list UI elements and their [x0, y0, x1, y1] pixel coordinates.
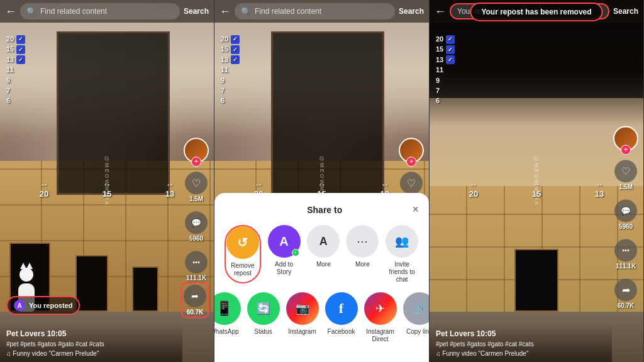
follow-badge-3[interactable]: +: [621, 145, 631, 155]
like-button-3[interactable]: ♡: [614, 160, 637, 182]
search-more-button[interactable]: ⋯ More: [346, 225, 379, 283]
video-tags-1: #pet #pets #gatos #gato #cat #cats: [6, 340, 176, 349]
status-button[interactable]: 🔄 Status: [247, 292, 280, 343]
search-icon-2: 🔍: [241, 7, 251, 16]
whatsapp-button[interactable]: 📱 WhatsApp: [214, 292, 241, 343]
share-count-3: 60.7K: [618, 302, 635, 309]
invite-friends-label: Invite friends to chat: [385, 261, 419, 283]
meas-val-5: 9: [6, 76, 10, 85]
add-to-story-button[interactable]: A + Add to Story: [267, 225, 301, 283]
avatar-wrap-1: +: [184, 138, 209, 163]
instagram-button[interactable]: 📷 Instagram: [286, 292, 319, 343]
status-icon: 🔄: [247, 292, 280, 325]
back-button-2[interactable]: ←: [219, 5, 231, 18]
right-sidebar-1: + ♡ 1.5M 💬 5960 ••• 111.1K: [184, 138, 209, 282]
search-button-2[interactable]: Search: [399, 7, 424, 16]
more-a-button[interactable]: A More: [307, 225, 340, 283]
share-modal: Share to × ↺ Remove repost A + Add to St…: [214, 193, 429, 362]
meas-val-1: 20: [6, 35, 14, 44]
comment-button-1[interactable]: 💬: [185, 211, 208, 234]
whatsapp-icon: 📱: [214, 292, 241, 325]
like-button-1[interactable]: ♡: [185, 172, 208, 194]
search-placeholder-1: Find related content: [40, 7, 107, 16]
meas-val-3: 13: [6, 55, 14, 65]
top-bar-1: ← 🔍 Find related content Search: [0, 0, 214, 23]
share-button-3[interactable]: ➦: [614, 278, 637, 301]
like-button-2[interactable]: ♡: [400, 172, 423, 194]
comment-wrap-1: 💬 5960: [185, 211, 208, 242]
dots-button-3[interactable]: •••: [614, 239, 637, 261]
invite-friends-button[interactable]: 👥 Invite friends to chat: [385, 225, 419, 283]
dots-count-3: 111.1K: [616, 263, 636, 270]
search-placeholder-2: Find related content: [255, 7, 321, 16]
comment-button-3[interactable]: 💬: [614, 199, 637, 222]
search-more-icon: ⋯: [346, 225, 379, 258]
search-button-1[interactable]: Search: [184, 7, 209, 16]
copy-link-label: Copy link: [406, 328, 430, 336]
status-label: Status: [254, 328, 272, 336]
comment-count-3: 5960: [619, 223, 633, 230]
remove-repost-button[interactable]: ↺ Remove repost: [225, 225, 261, 283]
search-bar-1[interactable]: 🔍 Find related content: [20, 3, 180, 19]
modal-title: Share to: [237, 205, 412, 215]
more-a-label: More: [316, 261, 331, 268]
remove-repost-label: Remove repost: [226, 262, 260, 277]
search-bar-2[interactable]: 🔍 Find related content: [235, 3, 395, 19]
panel-1: 20 ✓ 15 ✓ 13 ✓ 11 9 7 6 ↔20 ↔15 ↔13 ←: [0, 0, 214, 362]
measurements-panel1: 20 ✓ 15 ✓ 13 ✓ 11 9 7 6: [6, 35, 25, 107]
share-count-highlighted: 60.7K: [187, 309, 204, 315]
modal-header: Share to ×: [225, 203, 419, 216]
instagram-direct-label: Instagram Direct: [364, 328, 397, 343]
meas-val-2: 15: [6, 45, 14, 54]
panel-2: ← 🔍 Find related content Search 20 ✓ 15 …: [214, 0, 430, 362]
like-count-3: 1.5M: [619, 184, 633, 190]
share-button-highlighted[interactable]: ➦: [184, 285, 206, 307]
comment-count-1: 5960: [189, 235, 203, 242]
whatsapp-label: WhatsApp: [214, 328, 239, 336]
video-music-1: ♫ Funny video "Carmen Prelude": [6, 350, 176, 357]
back-button-1[interactable]: ←: [5, 5, 16, 18]
facebook-button[interactable]: f Facebook: [325, 292, 358, 343]
add-story-label: Add to Story: [267, 261, 301, 276]
watermark-3: @MEOWMMIA: [533, 156, 540, 206]
measurements-panel2: 20 ✓ 15 ✓ 13 ✓ 11 9 7 6: [221, 35, 240, 107]
like-wrap-1: ♡ 1.5M: [185, 172, 208, 202]
width-3: 13: [165, 189, 174, 199]
check-p3-2: ✓: [446, 45, 455, 54]
check-p3-1: ✓: [446, 35, 455, 44]
right-sidebar-3: + ♡ 1.5M 💬 5960 ••• 111.1K ➦ 60.7K: [613, 126, 638, 309]
check-p3-3: ✓: [446, 55, 455, 64]
repost-icon: A: [14, 300, 25, 311]
check-p2-2: ✓: [231, 45, 240, 54]
follow-badge-1[interactable]: +: [191, 156, 201, 167]
follow-badge-2[interactable]: +: [406, 156, 416, 167]
instagram-direct-icon: ✈: [364, 292, 397, 325]
repost-removed-notification: Your repost has been removed: [470, 3, 602, 21]
copy-link-button[interactable]: 🔗 Copy link: [403, 292, 430, 343]
back-button-3[interactable]: ←: [435, 5, 446, 18]
meas-val-7: 6: [6, 96, 10, 106]
share-top-row: ↺ Remove repost A + Add to Story A More: [225, 225, 419, 283]
instagram-direct-button[interactable]: ✈ Instagram Direct: [364, 292, 397, 343]
share-button-1-side[interactable]: •••: [185, 251, 208, 273]
check-2: ✓: [16, 45, 25, 54]
like-count-1: 1.5M: [189, 195, 203, 202]
more-a-icon: A: [307, 225, 340, 258]
share-wrap-1-side: ••• 111.1K: [185, 251, 208, 282]
video-title-1: Pet Lovers 10:05: [6, 329, 176, 338]
width-1: 20: [40, 189, 48, 199]
facebook-icon: f: [325, 292, 358, 325]
video-title-3: Pet Lovers 10:05: [436, 329, 606, 338]
share-btn-wrap: ➦ 60.7K: [181, 282, 209, 318]
instagram-label: Instagram: [288, 328, 316, 336]
measurements-panel3: 20 ✓ 15 ✓ 13 ✓ 11 9 7 6: [436, 35, 455, 107]
modal-close-button[interactable]: ×: [412, 203, 419, 216]
check-p2-1: ✓: [231, 35, 240, 44]
check-3: ✓: [16, 55, 25, 64]
check-p2-3: ✓: [231, 55, 240, 64]
panel-3: Your repost has been removed ← Your repo…: [430, 0, 644, 362]
remove-repost-icon: ↺: [226, 226, 259, 259]
instagram-icon: 📷: [286, 292, 319, 325]
video-music-3: ♫ Funny video "Carmen Prelude": [436, 350, 606, 357]
search-button-3[interactable]: Search: [613, 7, 638, 16]
